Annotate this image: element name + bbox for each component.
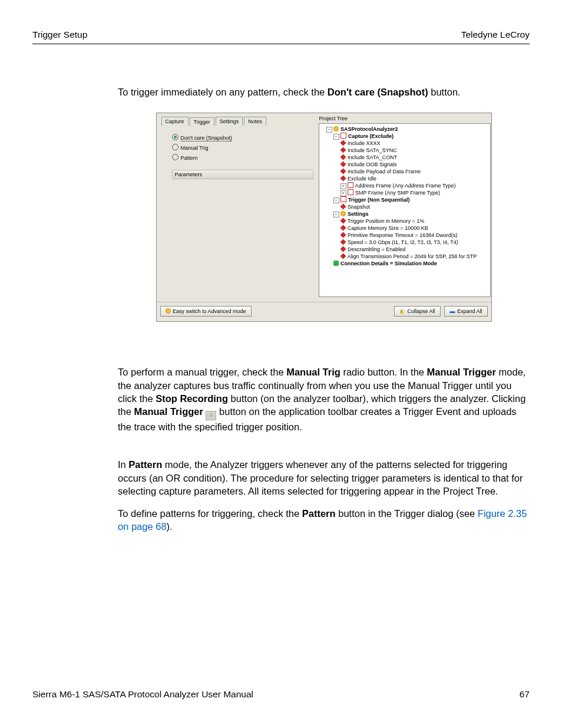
left-pane: Capture Trigger Settings Notes Don't car… (161, 117, 315, 179)
body: To trigger immediately on any pattern, c… (118, 85, 530, 533)
parameters-header: Parameters (172, 170, 313, 179)
bold-text: Manual Trigger (427, 367, 496, 377)
parameters-section: Parameters (172, 170, 315, 179)
flag-icon (340, 169, 346, 174)
bold-text: Don't care (Snapshot) (328, 87, 428, 97)
manual-trigger-icon: ⎚ (206, 411, 216, 420)
box-icon (348, 182, 353, 188)
collapse-icon[interactable]: − (326, 127, 332, 133)
bold-text: Manual Trig (286, 367, 340, 377)
tree-item[interactable]: Descrambling = Enabled (348, 246, 405, 252)
footer-page-number: 67 (520, 689, 530, 700)
text: mode, the Analyzer triggers whenever any… (118, 459, 523, 496)
tree-item[interactable]: Primitive Response Timeout = 16384 Dword… (348, 232, 457, 238)
pattern-paragraph: In Pattern mode, the Analyzer triggers w… (118, 458, 530, 498)
radio-label: Manual Trig (181, 145, 209, 151)
gear-icon (166, 308, 171, 314)
text: In (118, 459, 128, 470)
collapse-icon[interactable]: − (333, 197, 339, 203)
footer-manual-title: Sierra M6-1 SAS/SATA Protocol Analyzer U… (32, 689, 253, 700)
button-label: Easy switch to Advanced mode (173, 308, 246, 314)
figure-footer: Easy switch to Advanced mode ◐Collapse A… (157, 302, 491, 321)
define-paragraph: To define patterns for triggering, check… (118, 507, 530, 533)
radio-icon (172, 154, 178, 160)
screenshot-figure: Capture Trigger Settings Notes Don't car… (156, 113, 492, 322)
button-label: Collapse All (407, 308, 435, 314)
radio-icon (172, 134, 178, 140)
tree-item[interactable]: Align Transmission Period = 2049 for SSP… (348, 253, 477, 259)
radio-group: Don't care (Snapshot) Manual Trig Patter… (172, 134, 315, 162)
tree-item[interactable]: Include SATA_SYNC (348, 147, 397, 153)
text: button. (428, 87, 461, 97)
gear-icon (340, 211, 346, 216)
tab-settings[interactable]: Settings (216, 117, 243, 126)
tree-capture[interactable]: Capture (Exclude) (348, 133, 394, 139)
collapse-icon: ◐ (399, 308, 405, 315)
bold-text: Manual Trigger (134, 406, 203, 417)
radio-label: Pattern (181, 155, 198, 161)
radio-manual-trig[interactable]: Manual Trig (172, 144, 315, 151)
flag-icon (340, 225, 346, 231)
tree-item[interactable]: Include SATA_CONT (348, 154, 397, 160)
header-left: Trigger Setup (32, 29, 87, 40)
tree-trigger[interactable]: Trigger (Non Sequential) (348, 197, 410, 203)
collapse-icon[interactable]: − (333, 212, 339, 218)
radio-dont-care[interactable]: Don't care (Snapshot) (172, 134, 315, 141)
bold-text: Stop Recording (156, 393, 228, 404)
expand-icon[interactable]: + (340, 183, 346, 189)
tree-item[interactable]: Include OOB Signals (348, 162, 397, 167)
flag-icon (340, 147, 346, 153)
tree-root[interactable]: SASProtocolAnalyzer2 (340, 126, 398, 132)
button-label: Expand All (457, 308, 482, 314)
bold-text: Pattern (128, 459, 162, 470)
tree-item[interactable]: Capture Memory Size = 10000 KB (348, 225, 428, 231)
tree-item[interactable]: Speed = 3.0 Gbps (I1, T1, I2, T2, I3, T3… (348, 239, 458, 245)
text: To define patterns for triggering, check… (118, 508, 302, 519)
tree-item[interactable]: Trigger Position in Memory = 1% (348, 218, 424, 224)
bold-text: Pattern (302, 508, 336, 519)
tree-item[interactable]: Address Frame (Any Address Frame Type) (355, 183, 456, 189)
box-icon (340, 133, 346, 139)
tabs: Capture Trigger Settings Notes (161, 117, 315, 126)
flag-icon (340, 140, 346, 146)
flag-icon (340, 232, 346, 238)
text: radio button. In the (340, 367, 427, 377)
box-icon (340, 196, 346, 202)
text: ). (167, 521, 173, 532)
flag-icon (340, 239, 346, 245)
tab-notes[interactable]: Notes (244, 117, 266, 126)
page-footer: Sierra M6-1 SAS/SATA Protocol Analyzer U… (32, 689, 530, 700)
project-tree[interactable]: − SASProtocolAnalyzer2 − Capture (Exclud… (319, 123, 491, 297)
flag-icon (340, 204, 346, 210)
radio-pattern[interactable]: Pattern (172, 154, 315, 162)
flag-icon (340, 218, 346, 224)
collapse-all-button[interactable]: ◐Collapse All (394, 306, 440, 317)
page-header: Trigger Setup Teledyne LeCroy (0, 0, 562, 40)
right-pane: Project Tree − SASProtocolAnalyzer2 − Ca… (319, 115, 489, 297)
header-rule (32, 44, 530, 44)
tab-capture[interactable]: Capture (161, 117, 189, 126)
tree-item[interactable]: SMP Frame (Any SMP Frame Type) (355, 190, 440, 196)
gear-icon (333, 126, 339, 131)
tree-item[interactable]: Exclude Idle (348, 176, 376, 182)
flag-icon (340, 154, 346, 160)
flag-icon (340, 176, 346, 182)
flag-icon (340, 162, 346, 167)
tab-trigger[interactable]: Trigger (190, 117, 214, 126)
switch-mode-button[interactable]: Easy switch to Advanced mode (160, 306, 252, 317)
expand-all-button[interactable]: ▬Expand All (444, 306, 488, 317)
connection-icon (333, 261, 339, 266)
tree-item[interactable]: Include Payload of Data Frame (348, 169, 421, 174)
tree-item[interactable]: Include XXXX (348, 140, 381, 146)
tree-settings[interactable]: Settings (348, 211, 369, 217)
expand-icon: ▬ (449, 308, 455, 315)
tree-item[interactable]: Snapshot (348, 204, 370, 210)
expand-icon[interactable]: + (340, 190, 346, 196)
text: To trigger immediately on any pattern, c… (118, 87, 328, 97)
project-tree-title: Project Tree (319, 115, 489, 122)
collapse-icon[interactable]: − (333, 134, 339, 140)
tree-connection[interactable]: Connection Details = Simulation Mode (340, 261, 437, 266)
flag-icon (340, 246, 346, 252)
manual-trig-paragraph: To perform a manual trigger, check the M… (118, 365, 530, 433)
text: To perform a manual trigger, check the (118, 367, 286, 377)
